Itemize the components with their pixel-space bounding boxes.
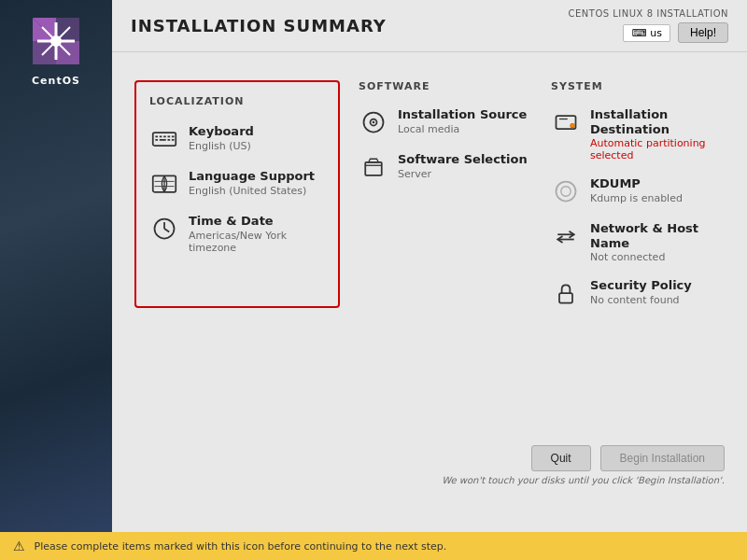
security-policy-sub: No content found [590,294,692,306]
keyboard-label: Keyboard [189,124,254,139]
quit-button[interactable]: Quit [531,445,591,471]
localization-section: LOCALIZATION Keyboard English (US) Langu… [134,80,340,308]
warning-text: Please complete items marked with this i… [35,540,447,553]
software-selection-label: Software Selection [398,152,528,167]
centos-logo-icon [28,13,84,69]
install-dest-sub: Automatic partitioning selected [590,137,725,161]
security-policy-text: Security Policy No content found [590,278,692,306]
package-icon [359,152,388,182]
install-source-text: Installation Source Local media [398,107,527,135]
install-label: CENTOS LINUX 8 INSTALLATION [569,8,728,19]
network-label: Network & Host Name [590,221,725,250]
network-sub: Not connected [590,251,725,263]
lock-icon [551,278,581,308]
software-selection-text: Software Selection Server [398,152,528,180]
time-date-sub: Americas/New York timezone [189,230,325,254]
language-sub: English (United States) [189,185,315,197]
keyboard-icon [149,124,179,154]
kdump-icon [551,176,581,206]
disc-icon [359,107,388,137]
keyboard-sub: English (US) [189,140,254,152]
keyboard-item[interactable]: Keyboard English (US) [149,124,325,154]
svg-rect-31 [365,162,382,175]
time-date-text: Time & Date Americas/New York timezone [189,214,325,254]
install-dest-text: Installation Destination Automatic parti… [590,107,725,161]
kdump-item[interactable]: KDUMP Kdump is enabled [551,176,725,206]
kdump-sub: Kdump is enabled [590,192,683,204]
svg-rect-15 [168,136,171,138]
keyboard-icon: ⌨ [631,27,646,39]
main-content: LOCALIZATION Keyboard English (US) Langu… [112,52,747,532]
disk-icon [551,107,581,137]
buttons-row: Quit Begin Installation [531,445,725,471]
svg-line-27 [164,229,169,232]
language-value: us [650,27,662,39]
software-selection-sub: Server [398,168,528,180]
system-title: SYSTEM [551,80,725,96]
svg-point-35 [571,124,574,128]
svg-point-36 [557,182,576,202]
time-date-item[interactable]: Time & Date Americas/New York timezone [149,214,325,254]
top-controls: ⌨ us Help! [623,22,728,43]
sections-grid: LOCALIZATION Keyboard English (US) Langu… [134,80,725,308]
sidebar: CentOS [0,0,112,532]
language-support-icon [149,169,179,199]
install-source-sub: Local media [398,123,527,135]
svg-rect-18 [160,139,166,141]
action-buttons: Quit Begin Installation We won't touch y… [442,445,725,485]
svg-rect-20 [172,139,175,141]
svg-rect-16 [172,136,175,138]
top-right: CENTOS LINUX 8 INSTALLATION ⌨ us Help! [569,8,728,43]
svg-point-10 [50,35,62,47]
begin-installation-button[interactable]: Begin Installation [600,445,725,471]
warning-icon: ⚠ [13,539,25,553]
logo-area: CentOS [28,13,84,87]
software-selection-item[interactable]: Software Selection Server [359,152,532,182]
svg-rect-19 [168,139,171,141]
warning-bar: ⚠ Please complete items marked with this… [0,532,747,560]
clock-icon [149,214,179,244]
security-policy-item[interactable]: Security Policy No content found [551,278,725,308]
svg-point-37 [561,187,571,197]
kdump-label: KDUMP [590,176,683,191]
topbar: INSTALLATION SUMMARY CENTOS LINUX 8 INST… [112,0,747,52]
security-policy-label: Security Policy [590,278,692,293]
time-date-label: Time & Date [189,214,325,229]
software-section: SOFTWARE Installation Source Local media… [359,80,532,308]
network-item[interactable]: Network & Host Name Not connected [551,221,725,263]
page-title: INSTALLATION SUMMARY [131,16,569,35]
language-item[interactable]: Language Support English (United States) [149,169,325,199]
localization-title: LOCALIZATION [149,95,325,111]
language-label: Language Support [189,169,315,184]
system-section: SYSTEM Installation Destination Automati… [551,80,725,308]
install-source-label: Installation Source [398,107,527,122]
svg-rect-12 [155,136,158,138]
network-icon [551,221,581,251]
language-text: Language Support English (United States) [189,169,315,197]
install-dest-label: Installation Destination [590,107,725,136]
svg-rect-17 [155,139,158,141]
software-title: SOFTWARE [359,80,532,96]
network-text: Network & Host Name Not connected [590,221,725,263]
svg-rect-38 [559,293,572,303]
language-indicator: ⌨ us [623,24,670,42]
svg-rect-14 [163,136,166,138]
svg-point-30 [373,121,375,124]
keyboard-text: Keyboard English (US) [189,124,254,152]
install-destination-item[interactable]: Installation Destination Automatic parti… [551,107,725,161]
help-button[interactable]: Help! [678,22,728,43]
svg-rect-13 [160,136,162,138]
centos-brand: CentOS [32,75,80,87]
disk-note: We won't touch your disks until you clic… [442,475,725,485]
install-source-item[interactable]: Installation Source Local media [359,107,532,137]
kdump-text: KDUMP Kdump is enabled [590,176,683,204]
